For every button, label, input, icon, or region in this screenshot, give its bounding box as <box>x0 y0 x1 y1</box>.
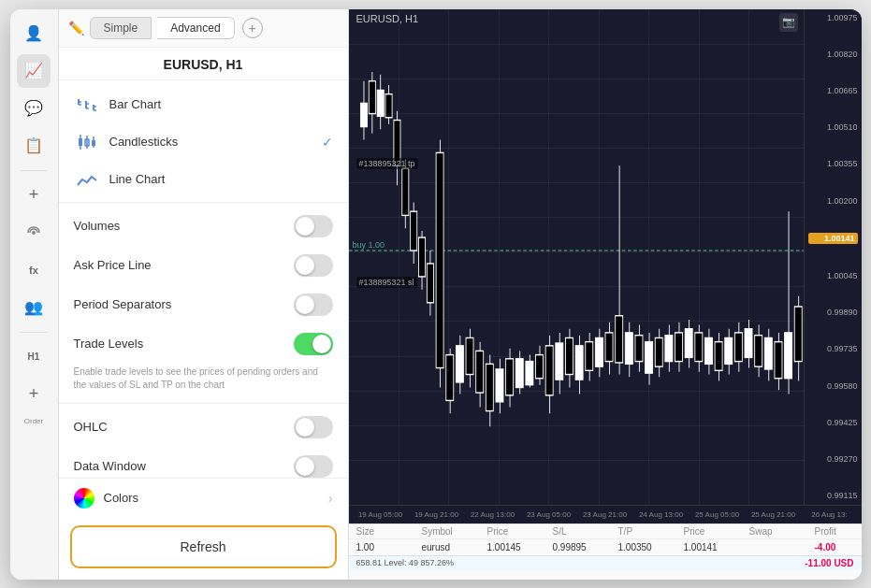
cell-symbol: eurusd <box>422 542 469 552</box>
price-0.99890: 0.99890 <box>808 308 858 317</box>
col-cur-price: Price <box>684 526 731 537</box>
svg-rect-92 <box>715 341 722 370</box>
cell-cur-price: 1.00141 <box>684 542 731 552</box>
screenshot-btn[interactable]: 📷 <box>779 13 798 32</box>
price-axis: 1.00975 1.00820 1.00665 1.00510 1.00355 … <box>804 9 862 505</box>
order-label: Order <box>24 417 43 425</box>
chevron-right-icon: › <box>328 491 333 506</box>
price-1.00510: 1.00510 <box>808 122 858 132</box>
orders-footer: 658.81 Level: 49 857.26% -11.00 USD <box>349 555 862 570</box>
ohlc-toggle[interactable] <box>294 416 333 438</box>
svg-rect-76 <box>634 335 642 361</box>
svg-rect-24 <box>385 93 392 117</box>
candlesticks-item[interactable]: Candlesticks ✓ <box>59 123 348 161</box>
annotation-tp: #138895321 tp <box>356 158 418 169</box>
svg-rect-58 <box>545 345 553 394</box>
pencil-icon: ✏️ <box>68 21 84 36</box>
svg-rect-54 <box>525 361 532 384</box>
svg-rect-11 <box>79 138 82 146</box>
add-icon[interactable]: + <box>17 179 51 212</box>
svg-rect-74 <box>625 332 632 363</box>
time-4: 23 Aug 05:00 <box>521 510 577 519</box>
settings-panel: ✏️ Simple Advanced + EURUSD, H1 <box>59 9 349 580</box>
svg-rect-82 <box>664 335 672 361</box>
svg-rect-104 <box>774 341 781 378</box>
svg-rect-28 <box>401 168 408 215</box>
orders-header: Size Symbol Price S/L T/P Price Swap Pro… <box>349 524 862 539</box>
price-1.00820: 1.00820 <box>808 50 858 59</box>
chart-nav-icon[interactable]: 📈 <box>17 54 51 88</box>
time-5: 23 Aug 21:00 <box>577 510 633 519</box>
svg-rect-72 <box>615 315 622 362</box>
cell-tp: 1.00350 <box>618 542 665 552</box>
cell-size: 1.00 <box>356 542 403 552</box>
svg-rect-34 <box>427 263 433 302</box>
svg-rect-84 <box>675 332 682 361</box>
line-chart-label: Line Chart <box>109 172 333 186</box>
cell-sl: 0.99895 <box>553 542 600 552</box>
svg-rect-22 <box>377 90 384 116</box>
bar-chart-item[interactable]: Bar Chart <box>59 86 348 123</box>
svg-rect-42 <box>466 337 473 374</box>
plus3-icon[interactable]: + <box>17 378 51 411</box>
cell-profit: -4.00 <box>815 542 862 552</box>
symbol-title: EURUSD, H1 <box>59 48 348 80</box>
tab-simple[interactable]: Simple <box>90 17 152 39</box>
svg-rect-20 <box>369 80 375 113</box>
svg-rect-64 <box>575 345 583 379</box>
svg-rect-88 <box>694 332 702 361</box>
svg-rect-78 <box>645 341 652 372</box>
svg-rect-15 <box>92 140 95 146</box>
data-window-toggle[interactable] <box>294 455 333 478</box>
svg-rect-68 <box>595 337 602 366</box>
svg-rect-44 <box>475 351 483 393</box>
h1-icon[interactable]: H1 <box>17 340 51 374</box>
refresh-button[interactable]: Refresh <box>70 525 337 568</box>
volumes-label: Volumes <box>74 219 284 233</box>
ask-price-toggle[interactable] <box>294 254 333 277</box>
svg-rect-46 <box>486 364 493 410</box>
time-8: 25 Aug 21:00 <box>746 510 802 519</box>
col-sl: S/L <box>553 526 600 537</box>
price-1.00975: 1.00975 <box>808 13 858 22</box>
col-profit: Profit <box>815 526 862 537</box>
people-icon[interactable]: 👥 <box>17 291 51 324</box>
ohlc-toggle-item: OHLC <box>59 408 348 447</box>
price-current: 1.00141 <box>808 233 858 244</box>
table-row: 1.00 eurusd 1.00145 0.99895 1.00350 1.00… <box>349 539 862 555</box>
icon-sidebar: 👤 📈 💬 📋 + fx 👥 H1 + Order <box>10 9 59 580</box>
price-1.00355: 1.00355 <box>808 159 858 168</box>
price-0.99425: 0.99425 <box>808 418 858 427</box>
tab-advanced[interactable]: Advanced <box>157 17 234 39</box>
signals-icon[interactable] <box>17 216 51 250</box>
candlestick-chart-svg: .bull { fill: white; stroke: white; } .b… <box>349 9 804 505</box>
colors-row[interactable]: Colors › <box>59 478 348 518</box>
svg-rect-48 <box>495 368 502 401</box>
col-price: Price <box>487 526 534 537</box>
period-sep-toggle-item: Period Separators <box>59 285 348 324</box>
trade-levels-toggle[interactable] <box>294 333 333 355</box>
svg-rect-50 <box>505 358 513 394</box>
panel-header: ✏️ Simple Advanced + <box>59 9 348 48</box>
fx-icon[interactable]: fx <box>17 253 51 287</box>
sidebar-divider <box>21 170 47 171</box>
bar-chart-icon <box>74 94 100 115</box>
section-divider-1 <box>59 202 348 203</box>
volumes-toggle[interactable] <box>294 215 333 237</box>
chart-area: .bull { fill: white; stroke: white; } .b… <box>349 9 862 580</box>
ask-price-label: Ask Price Line <box>74 258 284 272</box>
chat-icon[interactable]: 💬 <box>17 92 51 125</box>
copy-icon[interactable]: 📋 <box>17 129 51 163</box>
price-1.00665: 1.00665 <box>808 86 858 95</box>
price-0.99735: 0.99735 <box>808 344 858 353</box>
ask-price-toggle-item: Ask Price Line <box>59 246 348 285</box>
add-tab-btn[interactable]: + <box>242 18 263 38</box>
period-sep-toggle[interactable] <box>294 294 333 316</box>
price-0.99270: 0.99270 <box>808 454 858 464</box>
chart-canvas: .bull { fill: white; stroke: white; } .b… <box>349 9 862 505</box>
line-chart-item[interactable]: Line Chart <box>59 161 348 198</box>
svg-rect-70 <box>605 332 613 361</box>
col-tp: T/P <box>618 526 665 537</box>
ohlc-label: OHLC <box>74 420 284 434</box>
avatar-icon[interactable]: 👤 <box>17 17 51 50</box>
